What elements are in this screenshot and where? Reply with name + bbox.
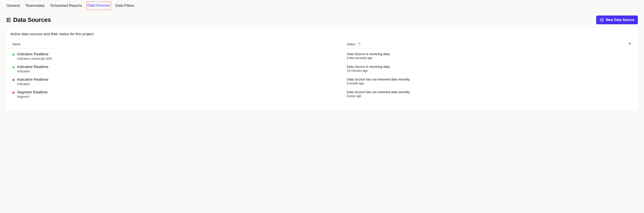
row-status-cell: Data Source is receiving data.10 minutes…: [347, 65, 632, 72]
row-name-wrap: Indicative RealtimeIndicative: [17, 65, 48, 73]
row-status-cell: Data Source has not received data recent…: [347, 90, 632, 98]
row-name-wrap: Indicative RealtimeIndicative: [17, 77, 48, 86]
row-status-time: 10 minutes ago: [347, 69, 632, 72]
row-name: Indicative Realtime: [17, 77, 48, 82]
help-icon[interactable]: ?: [357, 42, 361, 46]
row-status-text: Data Source is receiving data.: [347, 65, 632, 68]
data-sources-icon: [6, 18, 11, 22]
tab-data-sources[interactable]: Data Sources: [86, 2, 111, 10]
row-status-text: Data Source is receiving data.: [347, 52, 632, 56]
row-status-text: Data Source has not received data recent…: [347, 77, 632, 81]
row-name-cell: Indicative RealtimeIndicative: [12, 77, 347, 86]
panel-description: Active data sources and their status for…: [6, 31, 638, 41]
row-status-time: A few seconds ago: [347, 56, 632, 60]
row-subtitle: Indicative: [17, 70, 48, 73]
page-header: Data Sources New Data Source: [0, 12, 644, 27]
tab-general[interactable]: General: [6, 3, 20, 8]
row-status-text: Data Source has not received data recent…: [347, 90, 632, 94]
column-header-status[interactable]: Status ?: [347, 42, 570, 46]
tab-scheduled-reports[interactable]: Scheduled Reports: [50, 3, 82, 8]
row-subtitle: Indicative: [17, 82, 48, 86]
new-data-source-button[interactable]: New Data Source: [596, 16, 638, 24]
tab-teammates[interactable]: Teammates: [25, 3, 45, 8]
status-dot-icon: [12, 92, 14, 94]
tab-data-filters[interactable]: Data Filters: [115, 3, 135, 8]
row-name: Indicative Realtime: [17, 65, 48, 69]
row-name-wrap: Indicative RealtimeIndicative JavaScript…: [17, 52, 52, 60]
row-name: Indicative Realtime: [17, 52, 52, 56]
tab-bar: GeneralTeammatesScheduled ReportsData So…: [0, 0, 644, 12]
row-name-cell: Indicative RealtimeIndicative JavaScript…: [12, 52, 347, 60]
plus-circle-icon: [600, 18, 604, 22]
table-row[interactable]: Indicative RealtimeIndicativeData Source…: [6, 63, 638, 75]
table-row[interactable]: Indicative RealtimeIndicative JavaScript…: [6, 50, 638, 63]
table-row[interactable]: Indicative RealtimeIndicativeData Source…: [6, 75, 638, 88]
page-header-left: Data Sources: [6, 17, 51, 23]
status-dot-icon: [12, 79, 14, 81]
table-row[interactable]: Segment RealtimeSegmentData Source has n…: [6, 88, 638, 101]
data-sources-panel: Active data sources and their status for…: [6, 27, 638, 111]
page-title: Data Sources: [13, 17, 51, 23]
new-data-source-label: New Data Source: [606, 18, 634, 22]
row-name-cell: Indicative RealtimeIndicative: [12, 65, 347, 73]
table-header: Name Status ?: [6, 41, 638, 49]
row-status-cell: Data Source has not received data recent…: [347, 77, 632, 85]
row-name: Segment Realtime: [17, 90, 48, 94]
row-subtitle: Indicative JavaScript SDK: [17, 57, 52, 60]
row-status-time: A year ago: [347, 94, 632, 98]
table-body: Indicative RealtimeIndicative JavaScript…: [6, 49, 638, 102]
column-header-name[interactable]: Name: [12, 43, 347, 46]
row-status-time: A month ago: [347, 82, 632, 85]
status-dot-icon: [12, 66, 14, 68]
column-sort: [570, 42, 632, 46]
row-status-cell: Data Source is receiving data.A few seco…: [347, 52, 632, 60]
status-dot-icon: [12, 54, 14, 56]
arrow-up-icon[interactable]: [628, 42, 632, 46]
row-subtitle: Segment: [17, 95, 48, 98]
row-name-wrap: Segment RealtimeSegment: [17, 90, 48, 98]
row-name-cell: Segment RealtimeSegment: [12, 90, 347, 98]
column-header-status-label: Status: [347, 43, 356, 46]
